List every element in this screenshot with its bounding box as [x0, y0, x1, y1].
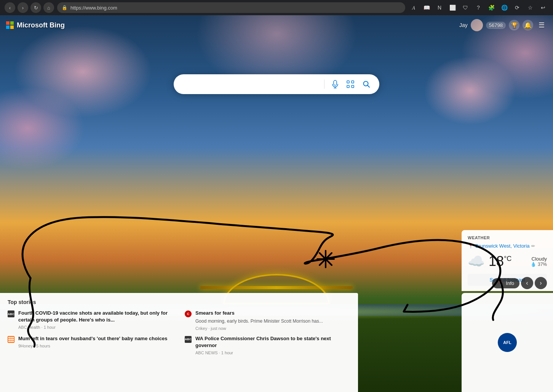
svg-rect-6: [352, 85, 354, 88]
svg-rect-5: [347, 85, 349, 88]
9honey-icon: [8, 336, 14, 343]
url-text: https://www.bing.com: [70, 5, 117, 11]
search-box: [174, 74, 379, 94]
news-panel: Top stories ABC Fourth COVID-19 vaccine …: [0, 293, 358, 392]
address-bar[interactable]: 🔒 https://www.bing.com: [57, 2, 405, 13]
bing-header: Microsoft Bing Jay 56798 🏆 🔔 ☰: [0, 15, 553, 35]
forward-button[interactable]: ›: [18, 2, 28, 13]
microphone-button[interactable]: [329, 78, 341, 90]
square-red: [6, 21, 10, 25]
afl-label: AFL: [503, 340, 511, 345]
read-aloud-icon[interactable]: 𝐴: [408, 2, 419, 13]
afl-badge: AFL: [498, 333, 517, 352]
weather-right: Cloudy 💧 37%: [531, 256, 547, 267]
search-input[interactable]: [180, 81, 320, 88]
refresh-button[interactable]: ↻: [30, 2, 41, 13]
news-content: Fourth COVID-19 vaccine shots are availa…: [18, 310, 173, 330]
favorites-icon[interactable]: ☆: [525, 2, 535, 13]
news-headline: Fourth COVID-19 vaccine shots are availa…: [18, 310, 173, 323]
onenote-icon[interactable]: N: [434, 2, 445, 13]
weather-left: ☁️ 18°C: [468, 253, 511, 269]
weather-location: 📍 Brunswick West, Victoria ✏: [468, 243, 547, 249]
svg-line-8: [368, 85, 369, 87]
abc-health-icon: ABC: [8, 310, 14, 317]
history-icon[interactable]: ↩: [538, 2, 548, 13]
svg-rect-0: [334, 80, 337, 85]
news-title: Top stories: [8, 299, 350, 305]
abc-news-icon: ABC: [185, 336, 192, 343]
lock-icon: 🔒: [62, 5, 67, 10]
svg-rect-3: [347, 81, 349, 83]
location-pin-icon: 📍: [468, 243, 474, 249]
list-item[interactable]: Mum left in tears over husband's 'out th…: [8, 335, 173, 355]
search-container: [174, 74, 379, 94]
avatar[interactable]: [471, 19, 483, 31]
list-item[interactable]: C Smears for fears Good morning, early b…: [185, 310, 350, 331]
search-divider: [324, 80, 324, 89]
ad-block-icon[interactable]: 🛡: [460, 2, 471, 13]
news-meta: Crikey · just now: [195, 326, 323, 331]
immersive-reader-icon[interactable]: 📖: [421, 2, 432, 13]
extension-icon[interactable]: 🧩: [486, 2, 497, 13]
temp-unit: °C: [504, 255, 511, 262]
sync-icon[interactable]: ⟳: [512, 2, 523, 13]
bing-logo[interactable]: Microsoft Bing: [6, 21, 65, 29]
browser-nav: ‹ › ↻ ⌂: [5, 2, 54, 13]
news-content: Mum left in tears over husband's 'out th…: [18, 335, 167, 348]
search-button[interactable]: [360, 77, 373, 91]
temperature-display: 18°C: [489, 253, 511, 269]
news-description: Good morning, early birds. Prime Ministe…: [195, 318, 323, 325]
news-headline: WA Police Commissioner Chris Dawson to b…: [195, 335, 350, 349]
news-headline: Mum left in tears over husband's 'out th…: [18, 335, 167, 342]
list-item[interactable]: ABC WA Police Commissioner Chris Dawson …: [185, 335, 350, 355]
weather-title: WEATHER: [468, 235, 547, 240]
notifications-icon[interactable]: 🔔: [523, 20, 533, 30]
browser-chrome: ‹ › ↻ ⌂ 🔒 https://www.bing.com 𝐴 📖 N ⬜ 🛡…: [0, 0, 553, 15]
microsoft-squares-logo: [6, 21, 14, 29]
news-meta: 9Honey · 5 hours: [18, 344, 167, 348]
screenshot-icon[interactable]: ⬜: [447, 2, 458, 13]
help-icon[interactable]: ?: [473, 2, 484, 13]
crikey-icon: C: [185, 310, 192, 317]
translate-icon[interactable]: 🌐: [499, 2, 510, 13]
news-meta: ABC Health · 1 hour: [18, 325, 173, 330]
bing-header-right: Jay 56798 🏆 🔔 ☰: [459, 19, 547, 31]
image-info-bar: 📍 Info ‹ ›: [492, 277, 547, 289]
svg-rect-4: [352, 81, 354, 83]
location-pin-icon: 📍: [497, 280, 503, 286]
weather-main: ☁️ 18°C Cloudy 💧 37%: [468, 253, 547, 269]
previous-image-button[interactable]: ‹: [521, 277, 533, 289]
avatar-image: [471, 19, 483, 31]
menu-icon[interactable]: ☰: [536, 20, 547, 30]
news-grid: ABC Fourth COVID-19 vaccine shots are av…: [8, 310, 350, 355]
user-area: Jay 56798 🏆 🔔 ☰: [459, 19, 547, 31]
info-label: Info: [506, 280, 514, 286]
list-item[interactable]: ABC Fourth COVID-19 vaccine shots are av…: [8, 310, 173, 331]
bing-logo-text: Microsoft Bing: [17, 21, 65, 29]
square-green: [10, 21, 14, 25]
back-button[interactable]: ‹: [5, 2, 15, 13]
cloud-icon: ☁️: [468, 253, 485, 269]
raindrop-icon: 💧: [531, 262, 536, 267]
news-meta: ABC NEWS · 1 hour: [195, 350, 350, 355]
square-yellow: [10, 26, 14, 29]
visual-search-button[interactable]: [344, 78, 356, 90]
info-button[interactable]: 📍 Info: [492, 278, 519, 288]
news-content: WA Police Commissioner Chris Dawson to b…: [195, 335, 350, 355]
next-image-button[interactable]: ›: [535, 277, 547, 289]
user-name: Jay: [459, 22, 468, 28]
rain-chance: 37%: [538, 262, 547, 267]
square-blue: [6, 26, 10, 29]
afl-panel[interactable]: AFL: [462, 293, 553, 392]
home-button[interactable]: ⌂: [43, 2, 54, 13]
news-content: Smears for fears Good morning, early bir…: [195, 310, 323, 331]
weather-condition: Cloudy: [531, 256, 547, 262]
location-text: Brunswick West, Victoria: [475, 243, 530, 249]
news-headline: Smears for fears: [195, 310, 323, 317]
rewards-icon[interactable]: 🏆: [509, 20, 519, 30]
browser-toolbar-right: 𝐴 📖 N ⬜ 🛡 ? 🧩 🌐 ⟳ ☆ ↩: [408, 2, 548, 13]
points-badge[interactable]: 56798: [486, 22, 506, 29]
edit-location-icon[interactable]: ✏: [531, 243, 535, 249]
weather-rain: 💧 37%: [531, 262, 547, 267]
